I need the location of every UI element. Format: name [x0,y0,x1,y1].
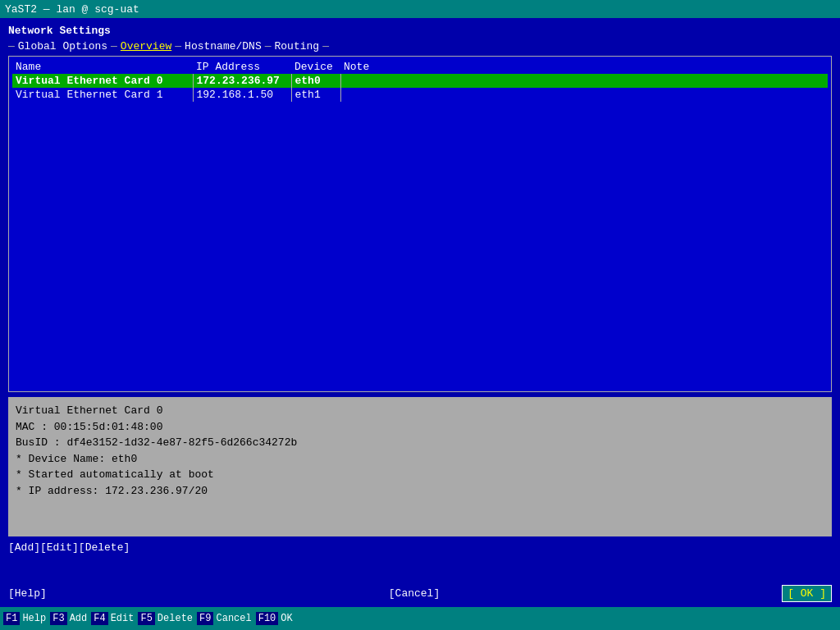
ok-button[interactable]: [ OK ] [782,585,832,602]
col-header-note: Note [340,60,828,74]
titlebar-text: YaST2 — lan @ scg-uat [5,3,139,16]
fkey-cancel[interactable]: F9Cancel [197,612,254,625]
fkey-num: F5 [138,612,154,625]
fkey-num: F9 [197,612,213,625]
col-header-device: Device [291,60,340,74]
tab-border-left: — [8,40,15,52]
fkey-num: F1 [3,612,20,625]
fkey-label: Cancel [213,612,253,625]
cancel-button[interactable]: [Cancel] [389,587,440,600]
cell-note [340,88,828,102]
button-bar: [Help] [Cancel] [ OK ] [0,582,840,605]
fkey-delete[interactable]: F5Delete [138,612,195,625]
network-table-body: Virtual Ethernet Card 0172.23.236.97eth0… [12,74,828,102]
tab-overview[interactable]: Overview [117,40,175,52]
cell-note [340,74,828,88]
page-title: Network Settings [8,25,832,37]
detail-line-item: * Device Name: eth0 [16,451,824,468]
network-table: Name IP Address Device Note Virtual Ethe… [12,60,828,102]
titlebar: YaST2 — lan @ scg-uat [0,0,840,18]
detail-title: Virtual Ethernet Card 0 [16,403,824,419]
tab-sep-3: — [265,40,272,52]
cell-device: eth0 [291,74,340,88]
fkey-label: Delete [155,612,195,625]
delete-button[interactable]: [Delete] [79,541,130,554]
tab-routing[interactable]: Routing [272,40,323,52]
fkey-num: F10 [256,612,279,625]
detail-busid: BusID : df4e3152-1d32-4e87-82f5-6d266c34… [16,435,824,451]
fkey-label: Edit [108,612,137,625]
detail-line-item: * IP address: 172.23.236.97/20 [16,483,824,500]
main-content: Network Settings — Global Options — Over… [0,18,840,565]
fkey-num: F4 [91,612,107,625]
edit-button[interactable]: [Edit] [40,541,79,554]
detail-line-item: * Started automatically at boot [16,467,824,483]
bottom-actions: [Add] [Edit] [Delete] [8,541,832,554]
fkey-ok[interactable]: F10OK [256,612,295,625]
cell-name: Virtual Ethernet Card 0 [12,74,193,88]
help-button[interactable]: [Help] [8,587,47,600]
fkey-label: Help [20,612,48,625]
tab-global-options[interactable]: Global Options [15,40,111,52]
cell-ip: 192.168.1.50 [193,88,291,102]
cell-ip: 172.23.236.97 [193,74,291,88]
table-row[interactable]: Virtual Ethernet Card 1192.168.1.50eth1 [12,88,828,102]
tab-sep-1: — [111,40,117,52]
funckey-bar: F1HelpF3AddF4EditF5DeleteF9CancelF10OK [0,607,840,630]
network-list-box: Name IP Address Device Note Virtual Ethe… [8,56,832,392]
add-button[interactable]: [Add] [8,541,40,554]
tabs-bar: — Global Options — Overview — Hostname/D… [8,40,832,52]
detail-box: Virtual Ethernet Card 0 MAC : 00:15:5d:0… [8,397,832,536]
detail-lines: * Device Name: eth0* Started automatical… [16,451,824,500]
fkey-help[interactable]: F1Help [3,612,48,625]
tab-hostname-dns[interactable]: Hostname/DNS [181,40,265,52]
tab-sep-2: — [175,40,181,52]
fkey-edit[interactable]: F4Edit [91,612,136,625]
fkey-label: Add [67,612,90,625]
detail-mac: MAC : 00:15:5d:01:48:00 [16,419,824,436]
table-row[interactable]: Virtual Ethernet Card 0172.23.236.97eth0 [12,74,828,88]
fkey-num: F3 [50,612,66,625]
cell-name: Virtual Ethernet Card 1 [12,88,193,102]
fkey-label: OK [278,612,294,625]
col-header-name: Name [12,60,193,74]
fkey-add[interactable]: F3Add [50,612,89,625]
col-header-ip: IP Address [193,60,291,74]
tab-border-right: — [322,40,329,52]
cell-device: eth1 [291,88,340,102]
